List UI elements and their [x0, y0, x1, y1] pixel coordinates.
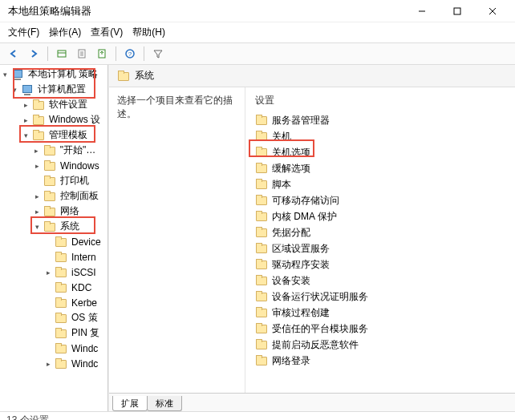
back-button[interactable] [5, 45, 22, 63]
tree-os-policy[interactable]: OS 策 [0, 310, 107, 325]
setting-item[interactable]: 网络登录 [249, 353, 515, 369]
setting-item[interactable]: 设备安装 [249, 273, 515, 289]
folder-icon [43, 221, 56, 232]
folder-icon [43, 191, 56, 202]
filter-button[interactable] [149, 45, 167, 63]
chevron-right-icon[interactable]: ▸ [43, 360, 53, 368]
status-bar: 13 个设置 [0, 411, 515, 420]
tree-panel[interactable]: ▾ 本地计算机 策略 ▾ 计算机配置 [0, 65, 108, 411]
tab-standard[interactable]: 标准 [147, 396, 182, 411]
folder-icon [255, 163, 268, 174]
tree-label: Windows 设 [47, 112, 103, 127]
setting-label: 提前启动反恶意软件 [272, 338, 359, 352]
setting-item[interactable]: 可移动存储访问 [249, 192, 515, 208]
forward-button[interactable] [25, 45, 43, 63]
setting-item[interactable]: 内核 DMA 保护 [249, 208, 515, 224]
description-column: 选择一个项目来查看它的描述。 [109, 87, 245, 393]
folder-icon [32, 115, 45, 126]
tree-control-panel[interactable]: ▸控制面板 [0, 188, 107, 204]
setting-item[interactable]: 提前启动反恶意软件 [249, 337, 515, 353]
setting-item[interactable]: 凭据分配 [249, 224, 515, 240]
up-button[interactable] [53, 45, 71, 63]
tree-kerbe[interactable]: Kerbe [0, 295, 107, 310]
export-button[interactable] [93, 45, 111, 63]
tree-admin-templates[interactable]: ▾管理模板 [0, 127, 107, 143]
setting-label: 驱动程序安装 [272, 258, 330, 272]
setting-item[interactable]: 服务器管理器 [249, 112, 515, 128]
setting-label: 内核 DMA 保护 [272, 210, 337, 224]
chevron-down-icon[interactable]: ▾ [0, 71, 10, 79]
tree-label: 管理模板 [47, 127, 90, 143]
minimize-button[interactable] [404, 0, 440, 22]
properties-button[interactable] [73, 45, 91, 63]
tab-extended[interactable]: 扩展 [112, 396, 148, 411]
menu-file[interactable]: 文件(F) [8, 26, 39, 39]
setting-item[interactable]: 驱动程序安装 [249, 256, 515, 273]
tree-label: OS 策 [69, 310, 100, 325]
chevron-down-icon[interactable]: ▾ [32, 223, 42, 231]
tree-iscsi[interactable]: ▸iSCSI [0, 265, 107, 280]
tree-device[interactable]: Device [0, 234, 107, 249]
menu-help[interactable]: 帮助(H) [132, 26, 165, 39]
setting-item[interactable]: 缓解选项 [249, 160, 515, 176]
tree-printers[interactable]: 打印机 [0, 173, 107, 188]
tree-root[interactable]: ▾ 本地计算机 策略 [0, 67, 107, 82]
computer-icon [11, 69, 24, 80]
chevron-right-icon[interactable]: ▸ [21, 101, 30, 109]
tree-windows[interactable]: ▸Windows [0, 158, 107, 173]
tree-start-menu[interactable]: ▸"开始"菜单 [0, 143, 107, 158]
setting-label: 脚本 [272, 178, 291, 192]
tree-label: Windc [69, 357, 100, 370]
folder-icon [255, 323, 268, 334]
setting-label: 网络登录 [272, 354, 310, 368]
menu-view[interactable]: 查看(V) [91, 26, 123, 39]
tree-windc[interactable]: Windc [0, 341, 107, 356]
tree-kdc[interactable]: KDC [0, 280, 107, 295]
setting-item[interactable]: 关机选项 [249, 144, 515, 160]
folder-icon [255, 227, 268, 238]
tree-pin[interactable]: PIN 复 [0, 325, 107, 341]
settings-column-header: 设置 [249, 92, 515, 112]
setting-item[interactable]: 脚本 [249, 176, 515, 192]
chevron-down-icon[interactable]: ▾ [10, 86, 19, 94]
setting-item[interactable]: 审核过程创建 [249, 305, 515, 321]
chevron-down-icon[interactable]: ▾ [21, 131, 30, 139]
setting-item[interactable]: 关机 [249, 128, 515, 144]
maximize-button[interactable] [440, 0, 475, 22]
settings-list[interactable]: 设置 服务器管理器关机关机选项缓解选项脚本可移动存储访问内核 DMA 保护凭据分… [245, 87, 515, 393]
tree-label: 网络 [58, 204, 82, 219]
folder-icon [255, 131, 268, 142]
tree-computer-config[interactable]: ▾ 计算机配置 [0, 82, 107, 97]
tree-label: "开始"菜单 [58, 143, 107, 158]
computer-icon [21, 84, 34, 95]
tree-label: KDC [69, 281, 94, 294]
chevron-right-icon[interactable]: ▸ [32, 192, 42, 200]
chevron-right-icon[interactable]: ▸ [32, 147, 42, 155]
tree-windows-settings[interactable]: ▸Windows 设 [0, 112, 107, 127]
setting-item[interactable]: 受信任的平台模块服务 [249, 321, 515, 337]
tree-software-settings[interactable]: ▸软件设置 [0, 97, 107, 112]
chevron-right-icon[interactable]: ▸ [32, 208, 42, 216]
tree-label: 软件设置 [47, 97, 90, 112]
tree-intern[interactable]: Intern [0, 249, 107, 265]
close-button[interactable] [475, 0, 510, 22]
folder-icon [55, 297, 67, 309]
chevron-right-icon[interactable]: ▸ [21, 116, 30, 124]
setting-item[interactable]: 区域设置服务 [249, 240, 515, 256]
menu-bar: 文件(F) 操作(A) 查看(V) 帮助(H) [0, 22, 515, 42]
folder-icon [255, 339, 268, 350]
menu-action[interactable]: 操作(A) [49, 26, 81, 39]
folder-icon [55, 358, 67, 370]
chevron-right-icon[interactable]: ▸ [32, 162, 42, 170]
setting-item[interactable]: 设备运行状况证明服务 [249, 289, 515, 305]
tree-label: 打印机 [58, 173, 91, 188]
tree-system[interactable]: ▾系统 [0, 219, 107, 234]
tree-network[interactable]: ▸网络 [0, 204, 107, 219]
folder-icon [43, 160, 56, 172]
tree-windc2[interactable]: ▸Windc [0, 356, 107, 371]
folder-icon [43, 145, 56, 156]
help-button[interactable]: ? [121, 45, 139, 63]
folder-icon [255, 179, 268, 190]
chevron-right-icon[interactable]: ▸ [43, 269, 53, 277]
tree-label: Kerbe [69, 297, 99, 309]
